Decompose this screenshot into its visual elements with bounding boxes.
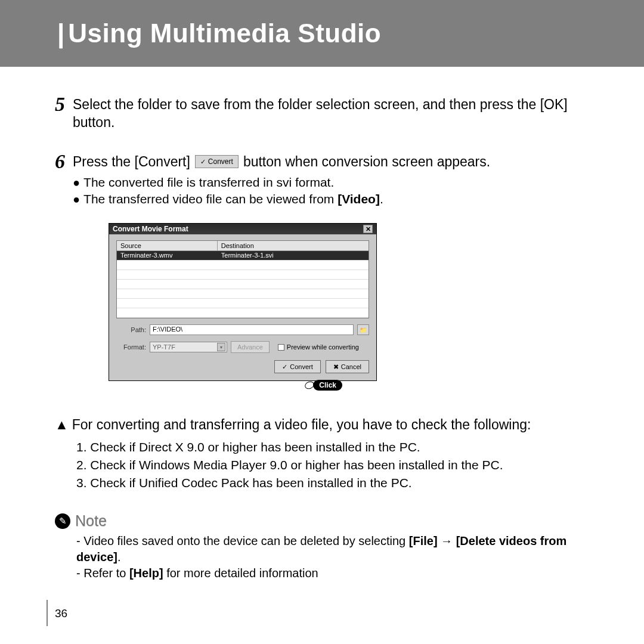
table-row [117, 289, 369, 299]
preview-checkbox[interactable] [278, 344, 284, 351]
checklist-item: 3. Check if Unified Codec Pack has been … [76, 474, 597, 492]
path-input[interactable]: F:\VIDEO\ [150, 324, 354, 335]
x-icon: ✖ [333, 363, 339, 371]
close-icon[interactable]: ✕ [363, 225, 373, 233]
note-line2b: [Help] [129, 566, 163, 580]
step6-text-a: Press the [Convert] [73, 153, 190, 171]
table-row [117, 308, 369, 318]
pencil-icon: ✎ [55, 513, 70, 529]
page-header: | Using Multimedia Studio [0, 0, 644, 67]
check-icon: ✓ [200, 158, 206, 166]
checklist: 1. Check if Direct X 9.0 or higher has b… [76, 438, 597, 492]
step6-bullet2c: . [380, 192, 383, 206]
table-row [117, 261, 369, 270]
note-line1c: → [438, 534, 456, 547]
triangle-icon: ▲ [55, 417, 69, 432]
step-5: 5 Select the folder to save from the fol… [55, 95, 597, 131]
col-source: Source [117, 241, 218, 250]
file-grid: Source Destination Terminater-3.wmv Term… [116, 240, 369, 318]
dialog-titlebar: Convert Movie Format ✕ [109, 224, 376, 234]
chevron-down-icon: ▾ [217, 343, 225, 351]
col-destination: Destination [218, 241, 369, 250]
step6-text-b: button when conversion screen appears. [243, 153, 490, 171]
note-heading: ✎ Note [55, 512, 597, 530]
convert-label: Convert [290, 363, 313, 370]
bullet-icon: ● [73, 176, 80, 189]
browse-icon[interactable]: 📁 [357, 324, 369, 335]
step6-bullet2b: [Video] [338, 192, 380, 206]
convert-dialog: Convert Movie Format ✕ Source Destinatio… [109, 223, 377, 391]
page-number-bar [47, 600, 48, 626]
step-number: 5 [55, 95, 68, 131]
path-label: Path: [116, 326, 146, 333]
note-line1e: . [117, 550, 121, 564]
table-row [117, 270, 369, 280]
note-body: - Video files saved onto the device can … [76, 533, 597, 581]
header-separator: | [57, 18, 64, 48]
advance-button[interactable]: Advance [231, 341, 270, 353]
table-row[interactable]: Terminater-3.wmv Terminater-3-1.svi [117, 251, 369, 261]
step-text: Select the folder to save from the folde… [73, 95, 597, 131]
step-number: 6 [55, 153, 68, 208]
tri-note-text: For converting and transferring a video … [72, 417, 531, 432]
checklist-item: 1. Check if Direct X 9.0 or higher has b… [76, 438, 597, 456]
format-label: Format: [116, 343, 146, 351]
step-6: 6 Press the [Convert] ✓ Convert button w… [55, 153, 597, 208]
step6-bullet1: The converted file is transferred in svi… [83, 175, 334, 189]
note-line2a: - Refer to [76, 566, 129, 580]
page-number: 36 [55, 607, 67, 620]
step6-bullet2a: The transferred video file can be viewed… [83, 192, 338, 206]
cancel-label: Cancel [341, 363, 361, 370]
click-label: Click [313, 380, 342, 391]
cell-dest: Terminater-3-1.svi [218, 251, 369, 260]
bullet-icon: ● [73, 193, 80, 206]
format-select[interactable]: YP-T7F ▾ [150, 342, 227, 352]
preview-label: Preview while converting [287, 343, 359, 351]
table-row [117, 280, 369, 289]
note-label: Note [75, 512, 107, 530]
checklist-item: 2. Check if Windows Media Player 9.0 or … [76, 456, 597, 474]
convert-button-inline[interactable]: ✓ Convert [195, 155, 239, 168]
note-line2c: for more detailed information [163, 566, 318, 580]
page-title: Using Multimedia Studio [68, 18, 381, 48]
format-value: YP-T7F [153, 343, 175, 351]
page-content: 5 Select the folder to save from the fol… [0, 67, 644, 581]
note-line1a: - Video files saved onto the device can … [76, 534, 409, 547]
check-icon: ✓ [282, 363, 287, 371]
triangle-note: ▲For converting and transferring a video… [55, 416, 597, 434]
cancel-button[interactable]: ✖ Cancel [326, 360, 369, 373]
note-line1b: [File] [409, 534, 438, 547]
click-callout: Click [109, 380, 377, 391]
table-row [117, 299, 369, 308]
convert-button-label: Convert [208, 157, 233, 166]
cell-source: Terminater-3.wmv [117, 251, 218, 260]
dialog-title: Convert Movie Format [113, 225, 188, 233]
convert-button[interactable]: ✓ Convert [274, 360, 321, 373]
